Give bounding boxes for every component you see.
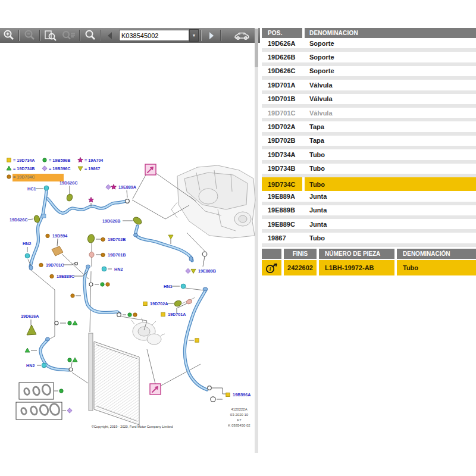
- part-label-19E889C[interactable]: 19E889C: [57, 274, 74, 279]
- drawing-number: 4120222A: [231, 408, 247, 411]
- part-label-19D701A[interactable]: 19D701A: [168, 312, 186, 317]
- part-label-19D594[interactable]: 19D594: [52, 233, 67, 239]
- legend-item-19D734C[interactable]: = 19D734C: [13, 174, 35, 180]
- table-row[interactable]: 19867Tubo: [262, 233, 476, 246]
- part-label-19B596A[interactable]: 19B596A: [233, 392, 250, 397]
- part-label-19D626C[interactable]: 19D626C: [10, 217, 27, 223]
- illustration-code-input[interactable]: [119, 30, 189, 41]
- search-dropdown-button[interactable]: ▼: [189, 29, 199, 42]
- table-row[interactable]: 19D701BVálvula: [262, 94, 476, 108]
- part-pos: 19D702B: [262, 137, 302, 144]
- part-label-HN1[interactable]: HN1: [164, 284, 172, 289]
- next-button[interactable]: [203, 28, 220, 43]
- table-row-content: 19867Tubo: [262, 233, 476, 243]
- denominacion-value: Tubo: [397, 260, 476, 275]
- engine-line-art: [171, 165, 255, 238]
- part-label-HN2[interactable]: HN2: [26, 363, 35, 368]
- part-label-HN2[interactable]: HN2: [114, 267, 123, 272]
- legend-item-19D734A[interactable]: = 19D734A: [13, 158, 35, 163]
- circle-green-marker: [43, 158, 46, 162]
- table-row[interactable]: 19D702ATapa: [262, 121, 476, 135]
- drawing-number: 03-2020 10: [230, 413, 249, 416]
- diamond-lilac-marker: [186, 268, 190, 273]
- table-row-content: 19D702BTapa: [262, 136, 476, 146]
- part-label-19D702A[interactable]: 19D702A: [150, 301, 168, 306]
- circle-teal-marker: [181, 284, 186, 289]
- part-label-19D626B[interactable]: 19D626B: [102, 218, 120, 224]
- table-row[interactable]: 19D626CSoporte: [262, 66, 476, 80]
- part-label-19D626C[interactable]: 19D626C: [60, 180, 77, 186]
- legend-item-19B596B[interactable]: = 19B596B: [49, 158, 71, 163]
- table-row-content: 19D626CSoporte: [262, 66, 476, 76]
- zoom-out-button[interactable]: [21, 28, 39, 43]
- circle-olive-marker: [101, 253, 105, 256]
- toolbar-separator: [101, 30, 101, 41]
- hose-19d594: [52, 246, 63, 256]
- triangle-down-yellow-marker: [168, 235, 173, 239]
- circle-olive-marker: [133, 313, 137, 317]
- part-label-19D701B[interactable]: 19D701B: [108, 252, 126, 258]
- parts-table: 19D626ASoporte19D626BSoporte19D626CSopor…: [262, 38, 476, 247]
- part-label-HC1[interactable]: HC1: [27, 186, 36, 192]
- illustration-panel[interactable]: = 19D734A= 19B596B= 19A704= 19D734B= 19B…: [0, 43, 260, 452]
- part-name: Junta: [302, 221, 476, 228]
- triangle-green-marker: [73, 358, 77, 362]
- search-icon: [84, 29, 97, 42]
- part-name: Soporte: [302, 40, 476, 47]
- info-callout-cell[interactable]: i: [262, 260, 281, 275]
- table-row[interactable]: 19E889BJunta: [262, 205, 476, 219]
- parts-table-header: POS. DENOMINACION: [262, 28, 476, 38]
- table-row[interactable]: 19E889CJunta: [262, 219, 476, 233]
- column-header-part-number: NÚMERO DE PIEZA: [319, 249, 394, 259]
- table-row[interactable]: 19D702BTapa: [262, 136, 476, 149]
- column-header-icon: [262, 249, 281, 259]
- compressor-line-art: [131, 318, 165, 345]
- table-row[interactable]: 19D734ATubo: [262, 149, 476, 163]
- triangle-green-marker: [73, 321, 77, 325]
- table-row[interactable]: 19D701CVálvula: [262, 108, 476, 121]
- toolbar-separator: [80, 30, 80, 41]
- table-row-content: 19E889AJunta: [262, 191, 476, 201]
- part-label-HN2[interactable]: HN2: [23, 241, 31, 246]
- table-row[interactable]: 19D626BSoporte: [262, 52, 476, 65]
- part-pos: 19E889C: [262, 221, 302, 228]
- part-label-19E889A[interactable]: 19E889A: [118, 184, 136, 190]
- toolbar-separator: [221, 30, 221, 41]
- table-row-content: 19E889CJunta: [262, 219, 476, 229]
- part-label-19E889B[interactable]: 19E889B: [198, 268, 216, 274]
- part-label-19D702B[interactable]: 19D702B: [108, 237, 126, 242]
- legend-item-19D734B[interactable]: = 19D734B: [13, 166, 35, 171]
- legend-item-19867[interactable]: = 19867: [84, 166, 100, 171]
- circle-olive-marker: [7, 175, 11, 178]
- selection-row[interactable]: i 2422602 L1BH-19972-AB Tubo: [262, 260, 476, 275]
- table-row-content: 19D701BVálvula: [262, 94, 476, 104]
- square-yellow-marker: [7, 158, 11, 162]
- zoom-page-button[interactable]: [42, 28, 60, 43]
- table-row[interactable]: 19D734CTubo: [262, 177, 476, 191]
- square-yellow-marker: [161, 312, 165, 316]
- circle-olive-marker: [71, 294, 74, 298]
- callout-arrow-top[interactable]: [145, 164, 156, 175]
- callout-arrow-bottom[interactable]: [150, 384, 161, 394]
- square-yellow-marker: [143, 302, 147, 305]
- table-row[interactable]: 19D701AVálvula: [262, 80, 476, 93]
- legend-item-19A704[interactable]: = 19A704: [84, 158, 103, 163]
- circle-teal-marker: [42, 363, 46, 368]
- circle-green-marker: [128, 313, 131, 317]
- table-row-content: 19D626BSoporte: [262, 52, 476, 62]
- legend-item-19B596C[interactable]: = 19B596C: [49, 166, 71, 171]
- circle-teal-marker: [44, 186, 49, 190]
- zoom-in-button[interactable]: [0, 28, 18, 43]
- part-label-19D701C[interactable]: 19D701C: [46, 262, 64, 268]
- part-label-19D626A[interactable]: 19D626A: [21, 314, 39, 319]
- search-button[interactable]: [82, 28, 99, 43]
- zoom-options-button[interactable]: [60, 28, 79, 43]
- part-pos: 19D626B: [262, 54, 302, 61]
- table-row[interactable]: 19E889AJunta: [262, 191, 476, 205]
- table-row[interactable]: 19D626ASoporte: [262, 38, 476, 52]
- table-row[interactable]: 19D734BTubo: [262, 164, 476, 177]
- part-pos: 19E889B: [262, 206, 302, 214]
- condenser-art: [89, 333, 139, 425]
- selection-table: FINIS NÚMERO DE PIEZA DENOMINACIÓN i 242…: [262, 249, 476, 275]
- previous-button[interactable]: [102, 28, 118, 43]
